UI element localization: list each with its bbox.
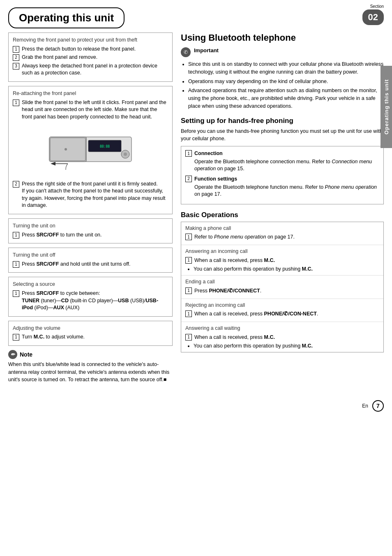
note-header: ✏ Note <box>8 350 173 359</box>
note-title: Note <box>20 351 32 358</box>
setup-step-2: 2 Function settings Operate the Bluetoot… <box>185 175 379 198</box>
step-head: Connection <box>194 150 379 158</box>
step-head: Function settings <box>194 175 379 183</box>
adjust-vol-steps: 1 Turn M.C. to adjust volume. <box>13 334 168 341</box>
ops-sub-bullets: You can also perform this operation by p… <box>185 266 379 273</box>
answering-call-section: Answering an incoming call 1 When a call… <box>181 245 383 276</box>
important-label: Important <box>194 47 219 57</box>
removing-title: Removing the front panel to protect your… <box>13 36 168 44</box>
main-content: Removing the front panel to protect your… <box>0 32 392 396</box>
list-item: Advanced operations that require attenti… <box>188 87 384 110</box>
left-column: Removing the front panel to protect your… <box>8 32 173 388</box>
list-item: 1 Press SRC/OFF and hold until the unit … <box>13 261 168 268</box>
step-text: Press SRC/OFF to turn the unit on. <box>22 232 102 239</box>
list-item: 1 Slide the front panel to the left unti… <box>13 99 168 121</box>
side-tab: Operating this unit <box>380 66 392 148</box>
ops-step: 1 When a call is received, press M.C. <box>185 257 379 264</box>
step-text: Press SRC/OFF and hold until the unit tu… <box>22 261 131 268</box>
step-text: Press the right side of the front panel … <box>22 181 168 209</box>
ops-step: 1 When a call is received, press M.C. <box>185 334 379 341</box>
step-text: Slide the front panel to the left until … <box>22 99 168 121</box>
removing-panel-box: Removing the front panel to protect your… <box>8 32 173 82</box>
step-text: Grab the front panel and remove. <box>22 54 97 61</box>
list-item: 2 Press the right side of the front pane… <box>13 181 168 209</box>
bluetooth-heading: Using Bluetooth telephone <box>181 32 384 43</box>
ops-text: When a call is received, press PHONE/✆/C… <box>194 310 318 318</box>
ops-sub-bullets: You can also perform this operation by p… <box>185 343 379 350</box>
list-item: You can also perform this operation by p… <box>194 343 379 350</box>
step-text: Turn M.C. to adjust volume. <box>22 334 85 341</box>
list-item: 1 Press SRC/OFF to cycle between: TUNER … <box>13 290 168 312</box>
ops-title: Making a phone call <box>185 225 379 232</box>
device-illustration: 88:88 <box>13 125 168 176</box>
basic-ops-box: Making a phone call 1 Refer to Phone men… <box>181 222 384 353</box>
ops-text: When a call is received, press M.C. <box>194 257 275 264</box>
right-column: Using Bluetooth telephone ✆ Important Si… <box>181 32 384 388</box>
list-item: Since this unit is on standby to connect… <box>188 60 384 76</box>
step-1: 1 <box>13 100 19 106</box>
list-item: Operations may vary depending on the kin… <box>188 78 384 86</box>
ops-text: Press PHONE/✆/CONNECT. <box>194 287 261 295</box>
ops-text: When a call is received, press M.C. <box>194 334 275 341</box>
select-source-title: Selecting a source <box>13 280 168 288</box>
step-1: 1 <box>13 46 19 53</box>
selecting-source-box: Selecting a source 1 Press SRC/OFF to cy… <box>8 277 173 316</box>
footer: En 7 <box>0 396 392 416</box>
making-call-section: Making a phone call 1 Refer to Phone men… <box>181 222 383 246</box>
adjusting-volume-box: Adjusting the volume 1 Turn M.C. to adju… <box>8 321 173 346</box>
reattach-step2: 2 Press the right side of the front pane… <box>13 181 168 209</box>
ops-step: 1 When a call is received, press PHONE/✆… <box>185 310 379 318</box>
svg-point-9 <box>65 148 67 151</box>
page-num: 7 <box>376 403 380 409</box>
svg-rect-2 <box>50 138 85 161</box>
step-text: Always keep the detached front panel in … <box>22 63 168 77</box>
turn-on-steps: 1 Press SRC/OFF to turn the unit on. <box>13 232 168 239</box>
rejecting-call-section: Rejecting an incoming call 1 When a call… <box>181 299 383 322</box>
select-source-steps: 1 Press SRC/OFF to cycle between: TUNER … <box>13 290 168 312</box>
turn-off-steps: 1 Press SRC/OFF and hold until the unit … <box>13 261 168 268</box>
reattaching-panel-box: Re-attaching the front panel 1 Slide the… <box>8 86 173 214</box>
removing-steps: 1 Press the detach button to release the… <box>13 46 168 77</box>
ops-step: 1 Press PHONE/✆/CONNECT. <box>185 287 379 295</box>
ops-title: Rejecting an incoming call <box>185 301 379 309</box>
ending-call-section: Ending a call 1 Press PHONE/✆/CONNECT. <box>181 276 383 299</box>
section-label: Section <box>362 4 384 9</box>
ops-title: Answering a call waiting <box>185 324 379 332</box>
device-svg: 88:88 <box>45 125 136 174</box>
title-box: Operating this unit <box>8 7 125 28</box>
ops-step: 1 Refer to Phone menu operation on page … <box>185 233 379 241</box>
top-header: Operating this unit Section 02 <box>0 0 392 32</box>
svg-text:88:88: 88:88 <box>100 145 110 148</box>
page-num-box: 7 <box>372 400 384 412</box>
note-icon: ✏ <box>8 350 17 359</box>
list-item: You can also perform this operation by p… <box>194 266 379 273</box>
list-item: 1 Press the detach button to release the… <box>13 46 168 53</box>
turning-on-box: Turning the unit on 1 Press SRC/OFF to t… <box>8 218 173 243</box>
step-body: Operate the Bluetooth telephone connecti… <box>194 158 379 173</box>
setup-box: 1 Connection Operate the Bluetooth telep… <box>181 146 384 204</box>
lang-label: En <box>362 403 368 409</box>
basic-ops-heading: Basic Operations <box>181 211 384 219</box>
call-waiting-section: Answering a call waiting 1 When a call i… <box>181 322 383 352</box>
ops-title: Answering an incoming call <box>185 248 379 255</box>
ops-title: Ending a call <box>185 278 379 286</box>
step-2: 2 <box>13 181 19 188</box>
step-text: Press SRC/OFF to cycle between: TUNER (t… <box>22 290 168 312</box>
list-item: 2 Grab the front panel and remove. <box>13 54 168 61</box>
list-item: 3 Always keep the detached front panel i… <box>13 63 168 77</box>
svg-point-6 <box>124 153 127 156</box>
step-2: 2 <box>13 54 19 61</box>
turn-on-title: Turning the unit on <box>13 222 168 230</box>
page: Operating this unit Section 02 Operating… <box>0 0 392 556</box>
step-text: Press the detach button to release the f… <box>22 46 136 53</box>
hands-free-intro: Before you can use the hands-free phonin… <box>181 127 384 143</box>
note-text: When this unit's blue/white lead is conn… <box>8 361 173 384</box>
list-item: 1 Press SRC/OFF to turn the unit on. <box>13 232 168 239</box>
page-title: Operating this unit <box>19 12 114 24</box>
section-badge: Section 02 <box>362 4 384 25</box>
bluetooth-icon: ✆ <box>181 47 191 57</box>
note-box: ✏ Note When this unit's blue/white lead … <box>8 350 173 384</box>
turning-off-box: Turning the unit off 1 Press SRC/OFF and… <box>8 248 173 273</box>
section-num: 02 <box>362 9 384 25</box>
ops-text: Refer to Phone menu operation on page 17… <box>194 233 295 241</box>
